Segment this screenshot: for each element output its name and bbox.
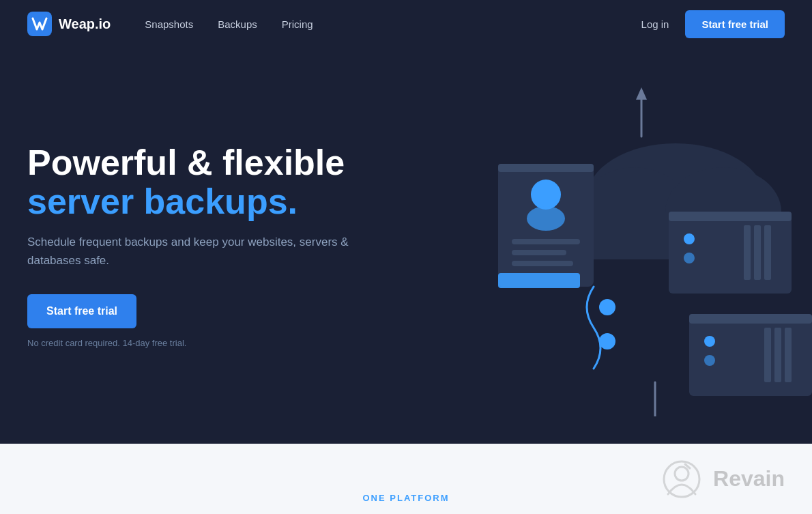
svg-point-8 (527, 206, 565, 231)
hero-illustration (444, 75, 812, 416)
nav-cta-button[interactable]: Start free trial (685, 10, 785, 38)
svg-rect-27 (774, 328, 781, 382)
svg-rect-15 (669, 212, 792, 294)
svg-rect-21 (764, 225, 771, 280)
svg-rect-16 (669, 212, 792, 221)
nav-backups[interactable]: Backups (218, 18, 257, 30)
navbar: Weap.io Snapshots Backups Pricing Log in… (0, 0, 812, 48)
svg-rect-19 (744, 225, 751, 280)
svg-rect-20 (754, 225, 761, 280)
svg-rect-10 (512, 250, 566, 255)
svg-point-34 (675, 467, 688, 481)
bottom-section: Revain ONE PLATFORM (0, 444, 812, 514)
svg-marker-30 (636, 87, 647, 100)
svg-point-13 (599, 299, 615, 315)
svg-rect-28 (785, 328, 792, 382)
svg-point-17 (684, 233, 695, 244)
svg-rect-26 (764, 328, 771, 382)
svg-point-24 (704, 336, 715, 347)
brand-name: Weap.io (59, 16, 111, 32)
hero-title-line1: Powerful & flexible (27, 143, 345, 182)
nav-links: Snapshots Backups Pricing (145, 18, 313, 30)
hero-section: Powerful & flexible server backups. Sche… (0, 48, 812, 444)
svg-rect-6 (498, 164, 594, 172)
svg-point-18 (684, 253, 695, 263)
svg-rect-11 (512, 261, 573, 266)
nav-snapshots[interactable]: Snapshots (145, 18, 193, 30)
svg-rect-9 (512, 239, 580, 244)
hero-title: Powerful & flexible server backups. (27, 143, 355, 221)
svg-point-14 (599, 333, 615, 349)
one-platform-label: ONE PLATFORM (0, 493, 812, 503)
svg-rect-23 (689, 314, 812, 324)
logo-icon (27, 12, 52, 36)
hero-title-line2: server backups. (27, 182, 298, 221)
hero-note: No credit card required. 14-day free tri… (27, 338, 355, 348)
hero-subtitle: Schedule frequent backups and keep your … (27, 233, 355, 270)
revain-label: Revain (713, 466, 785, 491)
svg-point-25 (704, 355, 715, 366)
svg-rect-22 (689, 314, 812, 396)
svg-rect-12 (498, 273, 580, 288)
svg-point-7 (531, 180, 561, 210)
illustration-svg (444, 75, 812, 416)
nav-pricing[interactable]: Pricing (282, 18, 313, 30)
hero-content: Powerful & flexible server backups. Sche… (27, 143, 355, 348)
login-link[interactable]: Log in (641, 18, 669, 30)
hero-cta-button[interactable]: Start free trial (27, 294, 136, 328)
nav-right: Log in Start free trial (641, 10, 785, 38)
logo-link[interactable]: Weap.io (27, 12, 111, 36)
